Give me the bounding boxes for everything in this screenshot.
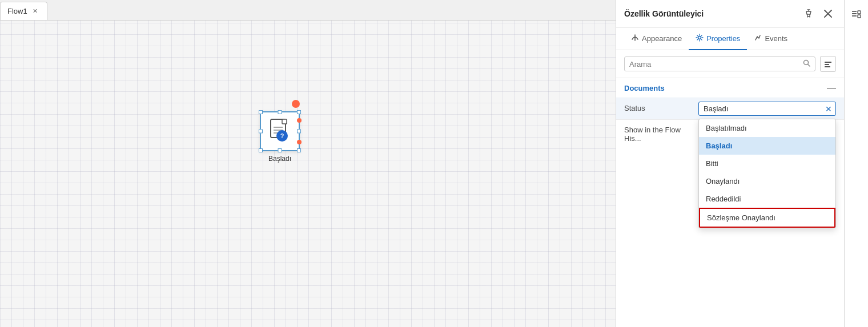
properties-icon [696,34,704,43]
properties-tab-label: Properties [706,34,740,43]
svg-point-8 [698,37,701,39]
tab-properties[interactable]: Properties [689,28,747,50]
handle-bm[interactable] [278,148,282,152]
svg-rect-18 [858,15,861,18]
dropdown-item-1[interactable]: Başladı [699,137,835,155]
search-row [616,50,844,78]
dropdown-item-5[interactable]: Sözleşme Onaylandı [699,208,835,228]
node-label: Başladı [268,155,291,163]
search-input[interactable] [629,60,799,68]
handle-rm[interactable] [297,130,301,134]
pin-button[interactable] [801,6,817,22]
flow-node[interactable]: ? Başladı [260,111,300,163]
flow-tab[interactable]: Flow1 ✕ [0,2,47,20]
panel-actions [801,6,836,22]
handle-tr[interactable] [297,110,301,114]
status-dropdown[interactable]: Başladı ✕ [698,102,836,116]
appearance-icon [631,34,639,43]
right-panel: Özellik Görüntüleyici [616,0,844,327]
status-label: Status [624,102,698,112]
panel-title: Özellik Görüntüleyici [624,9,704,18]
status-dropdown-value: Başladı [704,104,728,113]
handle-tl[interactable] [259,110,263,114]
search-input-wrap [624,56,815,71]
svg-rect-16 [852,15,857,17]
conn-dot-bottom[interactable] [297,140,302,144]
dropdown-item-4[interactable]: Reddedildi [699,190,835,208]
handle-lm[interactable] [259,130,263,134]
tab-events[interactable]: Events [747,28,794,50]
tab-label: Flow1 [7,7,27,15]
handle-tm[interactable] [278,110,282,114]
status-clear-icon[interactable]: ✕ [825,104,832,114]
icon-bar [844,0,868,327]
dropdown-item-0[interactable]: Başlatılmadı [699,119,835,137]
close-panel-button[interactable] [820,6,836,22]
svg-line-10 [808,64,810,67]
collapse-button[interactable] [820,56,836,72]
show-in-flow-label: Show in the Flow His... [624,123,698,143]
handle-br[interactable] [297,148,301,152]
events-tab-label: Events [765,34,787,43]
search-icon[interactable] [803,59,810,68]
handle-bl[interactable] [259,148,263,152]
events-icon [754,34,762,43]
tab-close-button[interactable]: ✕ [31,7,40,16]
svg-rect-17 [858,11,861,14]
svg-rect-15 [852,13,857,14]
status-prop-row: Status Başladı ✕ Başlatılmadı Başladı Bi… [616,98,844,119]
status-dropdown-list: Başlatılmadı Başladı Bitti Onaylandı Red… [698,119,836,228]
panel-header: Özellik Görüntüleyici [616,0,844,28]
documents-section-header: Documents — [616,78,844,98]
svg-rect-11 [825,62,831,63]
canvas-area: Flow1 ✕ [0,0,616,327]
node-document-icon: ? [270,118,290,145]
dropdown-item-2[interactable]: Bitti [699,155,835,172]
tabs-row: Appearance Properties Events [616,28,844,50]
section-collapse-button[interactable]: — [827,83,836,93]
dropdown-item-3[interactable]: Onaylandı [699,172,835,190]
svg-rect-12 [825,64,829,65]
node-badge: ? [276,130,288,142]
svg-rect-14 [852,11,857,12]
svg-rect-13 [825,66,830,67]
conn-dot-top[interactable] [297,118,302,123]
tab-bar: Flow1 ✕ [0,0,616,21]
status-value: Başladı ✕ Başlatılmadı Başladı Bitti Ona… [698,102,836,116]
appearance-tab-label: Appearance [642,34,682,43]
icon-bar-menu-button[interactable] [847,5,866,23]
node-box[interactable]: ? [260,111,300,151]
rotate-handle[interactable] [292,100,300,108]
documents-section-title: Documents [624,84,665,92]
tab-appearance[interactable]: Appearance [624,28,689,50]
svg-rect-1 [282,119,287,124]
